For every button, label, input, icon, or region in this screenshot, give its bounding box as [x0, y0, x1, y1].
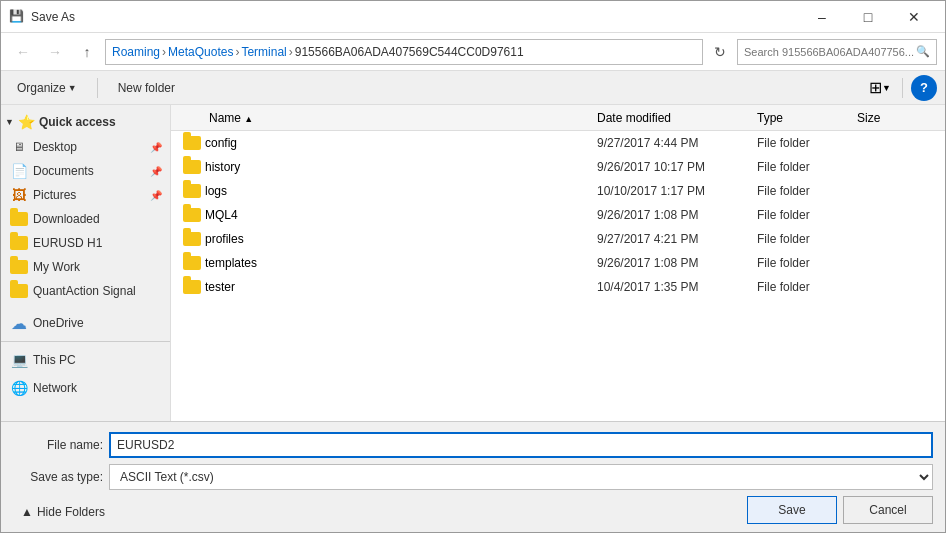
sidebar-item-documents[interactable]: 📄 Documents 📌	[1, 159, 170, 183]
toolbar: Organize ▼ New folder ⊞ ▼ ?	[1, 71, 945, 105]
col-type-header[interactable]: Type	[757, 111, 857, 125]
col-name-header[interactable]: Name ▲	[205, 111, 597, 125]
downloaded-folder-icon	[9, 209, 29, 229]
sidebar-item-eurusd[interactable]: EURUSD H1	[1, 231, 170, 255]
quick-access-star-icon: ⭐	[18, 114, 35, 130]
pin-icon-documents: 📌	[150, 166, 162, 177]
file-row-profiles[interactable]: profiles 9/27/2017 4:21 PM File folder	[171, 227, 945, 251]
refresh-button[interactable]: ↻	[707, 39, 733, 65]
filetype-config: File folder	[757, 136, 857, 150]
sidebar-item-pictures[interactable]: 🖼 Pictures 📌	[1, 183, 170, 207]
folder-icon-mql4	[183, 208, 201, 222]
title-bar: 💾 Save As – □ ✕	[1, 1, 945, 33]
sidebar-item-network[interactable]: 🌐 Network	[1, 376, 170, 400]
file-list: Name ▲ Date modified Type Size	[171, 105, 945, 421]
sidebar-label-downloaded: Downloaded	[33, 212, 100, 226]
filename-input[interactable]	[109, 432, 933, 458]
view-button[interactable]: ⊞ ▼	[866, 76, 894, 100]
quick-access-label: Quick access	[39, 115, 116, 129]
search-input[interactable]	[744, 46, 916, 58]
file-row-history[interactable]: history 9/26/2017 10:17 PM File folder	[171, 155, 945, 179]
sidebar-label-documents: Documents	[33, 164, 94, 178]
hide-folders-toggle[interactable]: ▲ Hide Folders	[13, 496, 113, 524]
main-content: ▼ ⭐ Quick access 🖥 Desktop 📌 📄 Documents…	[1, 105, 945, 421]
filetype-logs: File folder	[757, 184, 857, 198]
sidebar-label-onedrive: OneDrive	[33, 316, 84, 330]
address-bar: ← → ↑ Roaming › MetaQuotes › Terminal › …	[1, 33, 945, 71]
filedate-history: 9/26/2017 10:17 PM	[597, 160, 757, 174]
save-button[interactable]: Save	[747, 496, 837, 524]
path-item-metaquotes: MetaQuotes	[168, 45, 233, 59]
sidebar-label-thispc: This PC	[33, 353, 76, 367]
view-icon: ⊞	[869, 78, 882, 97]
sidebar-label-network: Network	[33, 381, 77, 395]
file-row-config[interactable]: config 9/27/2017 4:44 PM File folder	[171, 131, 945, 155]
pin-icon-desktop: 📌	[150, 142, 162, 153]
address-path[interactable]: Roaming › MetaQuotes › Terminal › 915566…	[105, 39, 703, 65]
desktop-icon: 🖥	[9, 137, 29, 157]
file-list-header: Name ▲ Date modified Type Size	[171, 105, 945, 131]
cancel-label: Cancel	[869, 503, 906, 517]
filedate-config: 9/27/2017 4:44 PM	[597, 136, 757, 150]
savetype-select[interactable]: ASCII Text (*.csv)	[109, 464, 933, 490]
help-icon: ?	[920, 80, 928, 95]
mywork-folder-icon	[9, 257, 29, 277]
col-date-label: Date modified	[597, 111, 671, 125]
up-button[interactable]: ↑	[73, 38, 101, 66]
sidebar-header-quick-access[interactable]: ▼ ⭐ Quick access	[1, 109, 170, 135]
col-size-header[interactable]: Size	[857, 111, 937, 125]
path-item-terminal: Terminal	[241, 45, 286, 59]
save-as-dialog: 💾 Save As – □ ✕ ← → ↑ Roaming › MetaQuot…	[0, 0, 946, 533]
filename-row: File name:	[13, 432, 933, 458]
new-folder-label: New folder	[118, 81, 175, 95]
filedate-mql4: 9/26/2017 1:08 PM	[597, 208, 757, 222]
quantaction-folder-icon	[9, 281, 29, 301]
folder-icon-tester	[183, 280, 201, 294]
path-sep-3: ›	[289, 45, 293, 59]
sidebar-item-thispc[interactable]: 💻 This PC	[1, 348, 170, 372]
sidebar-label-pictures: Pictures	[33, 188, 76, 202]
savetype-row: Save as type: ASCII Text (*.csv)	[13, 464, 933, 490]
sidebar-item-onedrive[interactable]: ☁ OneDrive	[1, 311, 170, 335]
file-row-templates[interactable]: templates 9/26/2017 1:08 PM File folder	[171, 251, 945, 275]
bottom-panel: File name: Save as type: ASCII Text (*.c…	[1, 421, 945, 532]
col-date-header[interactable]: Date modified	[597, 111, 757, 125]
sidebar-label-mywork: My Work	[33, 260, 80, 274]
thispc-icon: 💻	[9, 350, 29, 370]
maximize-button[interactable]: □	[845, 1, 891, 33]
filename-label: File name:	[13, 438, 103, 452]
cancel-button[interactable]: Cancel	[843, 496, 933, 524]
folder-icon-templates	[183, 256, 201, 270]
forward-button[interactable]: →	[41, 38, 69, 66]
filename-templates: templates	[205, 256, 597, 270]
view-chevron-icon: ▼	[882, 83, 891, 93]
close-button[interactable]: ✕	[891, 1, 937, 33]
minimize-button[interactable]: –	[799, 1, 845, 33]
search-box[interactable]: 🔍	[737, 39, 937, 65]
back-button[interactable]: ←	[9, 38, 37, 66]
sidebar-item-mywork[interactable]: My Work	[1, 255, 170, 279]
filedate-logs: 10/10/2017 1:17 PM	[597, 184, 757, 198]
file-row-logs[interactable]: logs 10/10/2017 1:17 PM File folder	[171, 179, 945, 203]
sidebar-item-desktop[interactable]: 🖥 Desktop 📌	[1, 135, 170, 159]
quick-access-chevron-icon: ▼	[5, 117, 14, 127]
path-sep-1: ›	[162, 45, 166, 59]
sidebar-item-quantaction[interactable]: QuantAction Signal	[1, 279, 170, 303]
path-item-id: 915566BA06ADA407569C544CC0D97611	[295, 45, 524, 59]
bottom-buttons: ▲ Hide Folders Save Cancel	[13, 496, 933, 524]
filedate-tester: 10/4/2017 1:35 PM	[597, 280, 757, 294]
organize-button[interactable]: Organize ▼	[9, 76, 85, 100]
file-row-tester[interactable]: tester 10/4/2017 1:35 PM File folder	[171, 275, 945, 299]
filedate-templates: 9/26/2017 1:08 PM	[597, 256, 757, 270]
organize-chevron-icon: ▼	[68, 83, 77, 93]
filetype-history: File folder	[757, 160, 857, 174]
sidebar-item-downloaded[interactable]: Downloaded	[1, 207, 170, 231]
filename-logs: logs	[205, 184, 597, 198]
window-icon: 💾	[9, 9, 25, 25]
filetype-mql4: File folder	[757, 208, 857, 222]
file-row-mql4[interactable]: MQL4 9/26/2017 1:08 PM File folder	[171, 203, 945, 227]
eurusd-folder-icon	[9, 233, 29, 253]
pin-icon-pictures: 📌	[150, 190, 162, 201]
help-button[interactable]: ?	[911, 75, 937, 101]
new-folder-button[interactable]: New folder	[110, 76, 183, 100]
